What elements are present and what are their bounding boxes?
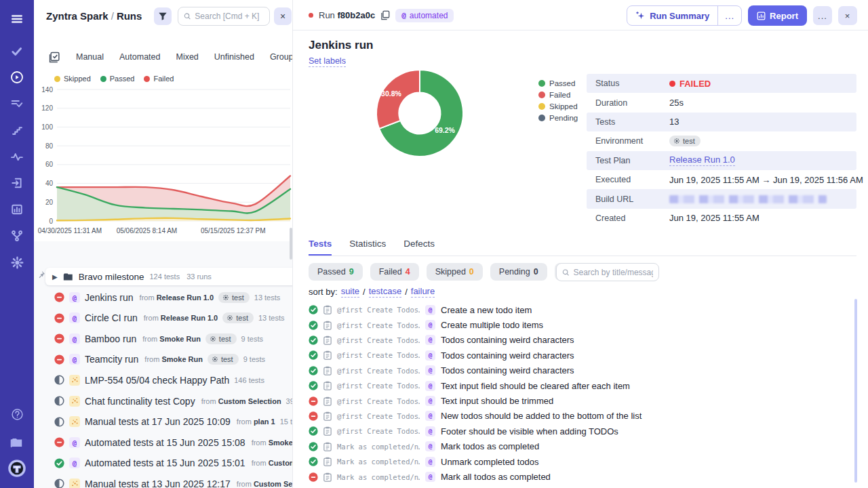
run-row[interactable]: @Automated tests at 15 Jun 2025 15:01fro… bbox=[34, 453, 293, 474]
steps-icon[interactable] bbox=[0, 119, 34, 142]
run-row[interactable]: Manual tests at 17 Jun 2025 10:09from pl… bbox=[34, 411, 293, 432]
svg-text:100: 100 bbox=[41, 123, 53, 131]
detail-row-build-url: Build URL bbox=[587, 189, 856, 208]
close-run-button[interactable]: × bbox=[838, 6, 857, 25]
test-suite: @first Create Todos… bbox=[337, 321, 420, 329]
run-tests-count: 15 tests bbox=[280, 418, 293, 426]
automated-test-icon: @ bbox=[425, 350, 435, 361]
run-name: Circle CI run bbox=[85, 312, 138, 323]
import-icon[interactable] bbox=[0, 171, 34, 195]
tests-scrollbar[interactable] bbox=[854, 299, 857, 483]
filter-passed[interactable]: Passed9 bbox=[309, 263, 363, 281]
clipboard-icon bbox=[323, 442, 332, 451]
passed-icon bbox=[309, 457, 318, 466]
run-summary-more-button[interactable]: ... bbox=[717, 6, 741, 25]
test-row[interactable]: @first Create Todos…@Footer should be vi… bbox=[309, 424, 844, 439]
panel-close-button[interactable]: × bbox=[274, 7, 292, 25]
passed-icon bbox=[309, 336, 318, 345]
tests-search[interactable] bbox=[556, 263, 659, 281]
run-name: Chat functinality test Copy bbox=[85, 396, 195, 407]
test-title: Unmark completed todos bbox=[441, 457, 539, 467]
app-sidebar bbox=[0, 0, 34, 488]
run-row[interactable]: @Bamboo runfrom Smoke Runtest9 tests bbox=[34, 328, 293, 349]
run-row[interactable]: @Teamcity runfrom Smoke Runtest9 tests bbox=[34, 349, 293, 370]
automated-badge[interactable]: @ automated bbox=[395, 9, 454, 22]
runs-tab-mixed[interactable]: Mixed bbox=[176, 52, 198, 62]
test-row[interactable]: @first Create Todos…@Todos containing we… bbox=[309, 363, 844, 378]
environment-badge[interactable]: test bbox=[669, 136, 701, 146]
run-row[interactable]: Manual tests at 13 Jun 2025 12:17from Cu… bbox=[34, 473, 293, 488]
menu-icon[interactable] bbox=[0, 7, 34, 30]
clipboard-icon bbox=[323, 366, 332, 375]
clipboard-icon bbox=[323, 472, 332, 482]
test-row[interactable]: @first Create Todos…@Create a new todo i… bbox=[309, 302, 844, 317]
copy-icon[interactable] bbox=[380, 10, 390, 20]
tab-tests[interactable]: Tests bbox=[309, 239, 332, 256]
gear-icon[interactable] bbox=[0, 251, 34, 274]
runs-search-input[interactable] bbox=[195, 12, 264, 21]
test-plan-link[interactable]: Release Run 1.0 bbox=[669, 155, 735, 166]
run-from: from Smoke Run bbox=[252, 439, 293, 447]
left-scrollbar[interactable] bbox=[290, 228, 292, 260]
breadcrumb-project[interactable]: Zyntra Spark bbox=[46, 10, 108, 22]
runs-tab-unfinished[interactable]: Unfinished bbox=[214, 52, 254, 62]
svg-text:40: 40 bbox=[45, 180, 54, 187]
list-check-icon[interactable] bbox=[0, 92, 34, 115]
run-row[interactable]: @Jenkins runfrom Release Run 1.0test13 t… bbox=[34, 287, 293, 308]
test-row[interactable]: @first Create Todos…@Create multiple tod… bbox=[309, 317, 844, 332]
tab-defects[interactable]: Defects bbox=[403, 239, 435, 256]
folder-icon[interactable] bbox=[0, 431, 34, 454]
donut-legend-failed: Failed bbox=[538, 91, 578, 99]
run-row[interactable]: Chat functinality test Copyfrom Custom S… bbox=[34, 390, 293, 411]
runs-tab-groups[interactable]: Groups bbox=[270, 52, 293, 62]
run-name: LMP-554 05/04 check Happy Path bbox=[85, 375, 229, 386]
sort-by-suite[interactable]: suite bbox=[341, 286, 359, 298]
play-circle-icon[interactable] bbox=[0, 66, 34, 89]
filter-button[interactable] bbox=[154, 7, 172, 25]
run-from: from Release Run 1.0 bbox=[140, 293, 214, 302]
test-row[interactable]: Mark as completed/n…@Unmark completed to… bbox=[309, 454, 844, 469]
check-icon[interactable] bbox=[0, 40, 34, 63]
runs-tab-automated[interactable]: Automated bbox=[119, 52, 160, 62]
duration-value: 25s bbox=[669, 98, 684, 108]
tab-statistics[interactable]: Statistics bbox=[349, 239, 386, 256]
test-row[interactable]: @first Create Todos…@Text input should b… bbox=[309, 393, 844, 408]
filter-pending[interactable]: Pending0 bbox=[490, 263, 547, 281]
logo[interactable] bbox=[0, 457, 34, 480]
failed-dot-icon bbox=[669, 81, 675, 87]
close-icon: × bbox=[280, 11, 285, 22]
more-options-button[interactable]: ... bbox=[813, 6, 832, 25]
search-icon bbox=[184, 12, 191, 20]
test-row[interactable]: @first Create Todos…@Todos containing we… bbox=[309, 348, 844, 363]
sort-by-testcase[interactable]: testcase bbox=[369, 286, 401, 298]
test-row[interactable]: @first Create Todos…@New todos should be… bbox=[309, 409, 844, 424]
sort-by-failure[interactable]: failure bbox=[411, 286, 435, 298]
help-icon[interactable] bbox=[0, 403, 34, 426]
manual-burst-icon bbox=[71, 418, 79, 426]
test-row[interactable]: Mark as completed/n…@Mark todos as compl… bbox=[309, 439, 844, 454]
pulse-icon[interactable] bbox=[0, 145, 34, 168]
milestone-folder-row[interactable]: ▶ Bravo milestone 124 tests 33 runs bbox=[45, 268, 293, 285]
test-row[interactable]: Mark as completed/n…@Mark all todos as c… bbox=[309, 469, 844, 484]
bar-chart-icon[interactable] bbox=[0, 198, 34, 221]
tests-search-input[interactable] bbox=[574, 268, 653, 277]
run-from: from Custom Selection bbox=[201, 397, 281, 405]
test-row[interactable]: @first Create Todos…@Text input field sh… bbox=[309, 378, 844, 393]
environment-badge: test bbox=[222, 312, 254, 323]
filter-failed[interactable]: Failed4 bbox=[370, 263, 419, 281]
filter-skipped[interactable]: Skipped0 bbox=[427, 263, 483, 281]
chevron-right-icon[interactable]: ▶ bbox=[52, 273, 58, 281]
runs-tab-manual[interactable]: Manual bbox=[76, 52, 104, 62]
test-row[interactable]: @first Create Todos…@Todos containing we… bbox=[309, 333, 844, 348]
run-row[interactable]: @Automated tests at 15 Jun 2025 15:08fro… bbox=[34, 432, 293, 453]
set-labels-link[interactable]: Set labels bbox=[309, 56, 346, 67]
run-row[interactable]: LMP-554 05/04 check Happy Path146 tests bbox=[34, 369, 293, 390]
branch-icon[interactable] bbox=[0, 224, 34, 247]
run-summary-button[interactable]: Run Summary bbox=[627, 6, 717, 25]
runs-search[interactable] bbox=[178, 7, 270, 26]
report-button[interactable]: Report bbox=[748, 5, 807, 26]
run-row[interactable]: @Circle CI runfrom Release Run 1.0test13… bbox=[34, 308, 293, 329]
donut-legend: PassedFailedSkippedPending bbox=[538, 79, 578, 122]
detail-row-tests: Tests 13 bbox=[587, 113, 856, 131]
multi-select-icon[interactable] bbox=[49, 52, 60, 63]
